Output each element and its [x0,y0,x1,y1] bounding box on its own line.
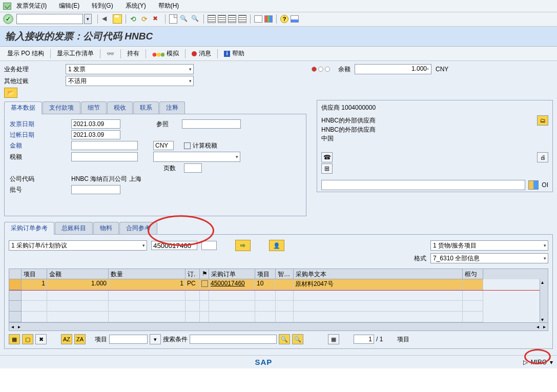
tab-note[interactable]: 注释 [159,101,185,114]
vendor-bank-button[interactable]: ⊞ [321,163,333,174]
calculator-button[interactable]: ▦ [328,334,339,344]
cell-po[interactable]: 4500017460 [209,279,255,290]
menu-edit[interactable]: 编辑(E) [59,2,79,10]
find-icon[interactable] [179,14,189,24]
grid-row[interactable] [9,290,548,301]
assignment-button[interactable] [269,240,284,251]
goods-service-select[interactable]: 1 货物/服务项目 [430,240,548,251]
app-icon[interactable] [3,3,11,10]
invoice-date-input[interactable]: 2021.03.09 [71,119,120,129]
search-input[interactable] [190,335,277,344]
col-order-unit[interactable]: 订. [185,269,200,279]
col-frame[interactable]: 框匀 [463,269,483,279]
tab-contract[interactable]: 合同参考 [119,222,157,234]
col-smart[interactable]: 智… [276,269,294,279]
open-items-icon[interactable] [528,180,539,190]
cell-smart[interactable] [276,279,294,290]
vendor-display-button[interactable] [537,115,548,126]
cell-item[interactable]: 1 [22,279,47,290]
work-list-button[interactable]: 显示工作清单 [54,48,97,59]
col-po[interactable]: 采购订单 [209,269,255,279]
col-quantity[interactable]: 数量 [109,269,185,279]
tab-contact[interactable]: 联系 [133,101,159,114]
help-icon[interactable] [280,15,288,23]
po-link[interactable]: 4500017460 [211,280,245,287]
find-button[interactable]: 🔍 [279,334,290,344]
deselect-all-button[interactable]: ▢ [22,334,33,344]
tax-amount-input[interactable] [71,152,138,161]
cell-frame[interactable] [463,279,483,290]
tab-tax[interactable]: 税收 [107,101,133,114]
posting-date-input[interactable]: 2021.03.09 [71,130,120,139]
command-dropdown[interactable] [84,14,92,24]
vendor-print-button[interactable] [537,152,548,162]
col-text[interactable]: 采购单文本 [294,269,463,279]
last-page-icon[interactable] [238,15,246,23]
find-next-icon[interactable] [191,14,200,24]
exit-icon[interactable] [141,14,150,24]
vendor-text-input[interactable] [321,180,525,190]
menu-invoice[interactable]: 发票凭证(I) [16,2,47,10]
tab-detail[interactable]: 细节 [81,101,107,114]
item-nav-input[interactable] [109,335,148,344]
help-text-button[interactable]: 帮助 [221,48,247,59]
batch-input[interactable] [71,185,120,194]
reference-category-select[interactable]: 1 采购订单/计划协议 [9,240,147,251]
menu-system[interactable]: 系统(Y) [126,2,146,10]
business-transaction-select[interactable]: 1 发票 [66,64,194,74]
cancel-icon[interactable] [152,14,161,24]
row-selector[interactable] [9,279,22,290]
status-expand-icon[interactable]: ▷ [523,359,528,366]
row-selector-header[interactable] [9,269,22,279]
open-items-label[interactable]: OI [542,181,548,189]
find-next-button[interactable]: 🔍 [292,334,303,344]
adopt-button[interactable] [235,240,251,251]
menu-help[interactable]: 帮助(H) [158,2,179,10]
print-icon[interactable] [169,14,177,24]
other-posting-select[interactable]: 不适用 [66,76,194,86]
layout-select[interactable]: 7_6310 全部信息 [430,253,548,263]
cell-qty[interactable]: 1 [109,279,185,290]
tab-po-reference[interactable]: 采购订单参考 [4,222,54,235]
delete-row-button[interactable]: ✖ [35,334,47,344]
sort-desc-button[interactable]: ZA [74,334,86,344]
first-page-icon[interactable] [208,15,216,23]
next-page-icon[interactable] [228,15,236,23]
command-field[interactable] [16,14,83,24]
new-session-icon[interactable] [254,15,262,23]
reference-input[interactable] [182,119,241,129]
vendor-address-button[interactable]: ☎ [321,152,333,162]
enter-button[interactable] [3,14,13,24]
pages-input[interactable] [184,163,202,173]
shortcut-icon[interactable] [264,15,273,23]
po-number-input[interactable] [151,241,197,250]
status-dropdown-icon[interactable]: ▾ [550,359,553,366]
calc-tax-checkbox[interactable] [184,142,191,149]
select-all-button[interactable]: ▦ [9,334,20,344]
amount-label[interactable]: 金额 [10,141,71,150]
amount-input[interactable] [71,141,138,150]
messages-button[interactable]: 消息 [189,48,214,59]
cell-unit[interactable]: PC [185,279,200,290]
grid-row[interactable] [9,312,548,322]
show-po-structure-button[interactable]: 显示 PO 结构 [4,48,47,59]
col-amount[interactable]: 金额 [47,269,109,279]
item-go-button[interactable]: ▾ [150,334,161,344]
grid-horizontal-scrollbar[interactable]: ◂▸◂▸ [9,322,548,331]
grid-row[interactable] [9,301,548,312]
grid-row[interactable]: 1 1.000 1 PC 4500017460 10 原材料2047号 [9,279,548,290]
invoice-date-label[interactable]: 发票日期 [10,120,71,129]
layout-settings-icon[interactable] [291,15,299,23]
transaction-code[interactable]: MIRO [531,359,547,366]
hold-button[interactable]: 持有 [124,48,142,59]
po-item-input[interactable] [201,241,217,250]
other-invoice-button[interactable] [104,49,117,58]
back-nav-icon[interactable] [130,14,139,24]
save-icon[interactable] [113,14,122,24]
prev-page-icon[interactable] [218,15,226,23]
currency-input[interactable]: CNY [153,141,174,150]
tax-code-select[interactable] [153,152,240,162]
back-icon[interactable] [101,14,111,24]
simulate-button[interactable]: 模拟 [149,48,182,59]
col-item[interactable]: 项目 [22,269,47,279]
